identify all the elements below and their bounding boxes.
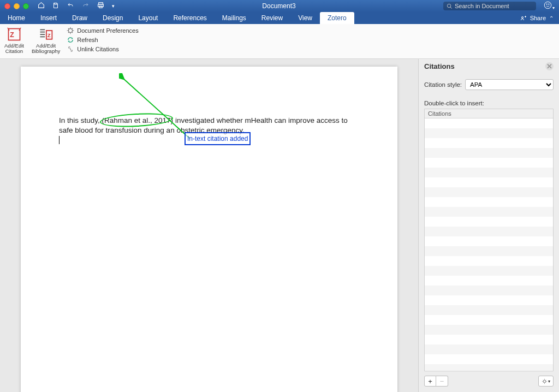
maximize-window-button[interactable] bbox=[23, 3, 29, 9]
svg-text:Z: Z bbox=[10, 31, 14, 39]
tab-references[interactable]: References bbox=[165, 12, 214, 24]
quick-access-toolbar: ▾ bbox=[38, 2, 115, 10]
ribbon-zotero: Z Add/Edit Citation Z Add/Edit Bibliogra… bbox=[0, 24, 559, 59]
svg-point-4 bbox=[447, 4, 450, 7]
citation-style-select[interactable]: APA bbox=[465, 79, 554, 90]
undo-icon[interactable] bbox=[67, 2, 74, 10]
add-edit-bibliography-button[interactable]: Z Add/Edit Bibliography bbox=[31, 26, 61, 56]
share-icon bbox=[520, 15, 527, 21]
tab-home[interactable]: Home bbox=[0, 12, 33, 24]
document-title: Document3 bbox=[118, 2, 440, 10]
add-citation-button[interactable]: + bbox=[424, 376, 436, 387]
customize-qat-icon[interactable]: ▾ bbox=[112, 3, 115, 9]
tab-insert[interactable]: Insert bbox=[33, 12, 64, 24]
document-area[interactable]: In this study, (Rahman et al., 2017) inv… bbox=[0, 59, 418, 392]
search-input[interactable]: Search in Document bbox=[443, 2, 536, 10]
remove-citation-button[interactable]: − bbox=[436, 376, 448, 387]
citations-settings-button[interactable]: ▾ bbox=[538, 376, 554, 387]
inline-citation[interactable]: (Rahman et al., 2017) bbox=[102, 116, 174, 126]
gear-icon bbox=[67, 27, 74, 34]
search-placeholder: Search in Document bbox=[455, 3, 509, 9]
svg-point-13 bbox=[69, 29, 73, 33]
save-icon[interactable] bbox=[52, 2, 59, 10]
insert-hint-label: Double-click to insert: bbox=[419, 92, 559, 108]
home-icon[interactable] bbox=[38, 2, 45, 10]
page[interactable]: In this study, (Rahman et al., 2017) inv… bbox=[21, 67, 397, 392]
svg-point-8 bbox=[521, 17, 523, 19]
tab-draw[interactable]: Draw bbox=[64, 12, 95, 24]
citations-panel: Citations ✕ Citation style: APA Double-c… bbox=[418, 59, 559, 392]
titlebar: ▾ Document3 Search in Document ▾ bbox=[0, 0, 559, 12]
refresh-icon bbox=[67, 36, 74, 44]
tab-design[interactable]: Design bbox=[95, 12, 130, 24]
share-button[interactable]: Share ⌃ bbox=[520, 15, 559, 21]
add-edit-citation-button[interactable]: Z Add/Edit Citation bbox=[3, 26, 25, 56]
redo-icon[interactable] bbox=[82, 2, 90, 10]
tab-review[interactable]: Review bbox=[254, 12, 290, 24]
tab-mailings[interactable]: Mailings bbox=[215, 12, 254, 24]
close-window-button[interactable] bbox=[4, 3, 10, 9]
citations-list-header: Citations bbox=[425, 109, 553, 118]
collapse-ribbon-icon[interactable]: ⌃ bbox=[549, 15, 554, 21]
unlink-citations-button[interactable]: Unlink Citations bbox=[67, 45, 139, 53]
svg-point-15 bbox=[543, 380, 545, 382]
feedback-icon[interactable]: ▾ bbox=[544, 1, 555, 11]
svg-rect-0 bbox=[55, 3, 57, 4]
svg-point-5 bbox=[544, 2, 551, 9]
citations-list[interactable]: Citations bbox=[424, 109, 554, 371]
citations-list-body[interactable] bbox=[425, 118, 553, 370]
document-preferences-button[interactable]: Document Preferences bbox=[67, 27, 139, 34]
text-cursor bbox=[59, 136, 60, 144]
bibliography-icon: Z bbox=[38, 27, 53, 42]
tab-layout[interactable]: Layout bbox=[130, 12, 165, 24]
svg-point-7 bbox=[549, 4, 549, 4]
print-icon[interactable] bbox=[97, 2, 104, 10]
ribbon-tabs: Home Insert Draw Design Layout Reference… bbox=[0, 12, 559, 24]
citation-icon: Z bbox=[7, 27, 22, 42]
annotation-label: In-text citation added bbox=[185, 132, 251, 145]
tab-view[interactable]: View bbox=[290, 12, 320, 24]
citation-style-label: Citation style: bbox=[424, 81, 462, 88]
workspace: In this study, (Rahman et al., 2017) inv… bbox=[0, 59, 559, 392]
panel-title: Citations bbox=[424, 62, 455, 70]
unlink-icon bbox=[67, 45, 74, 53]
svg-text:Z: Z bbox=[47, 32, 51, 38]
chevron-down-icon: ▾ bbox=[548, 379, 550, 384]
window-controls bbox=[4, 3, 29, 9]
minimize-window-button[interactable] bbox=[14, 3, 20, 9]
refresh-button[interactable]: Refresh bbox=[67, 36, 139, 44]
search-icon bbox=[447, 3, 453, 9]
close-panel-button[interactable]: ✕ bbox=[545, 62, 554, 70]
svg-point-6 bbox=[546, 4, 547, 4]
tab-zotero[interactable]: Zotero bbox=[320, 12, 354, 24]
gear-icon bbox=[542, 378, 548, 384]
